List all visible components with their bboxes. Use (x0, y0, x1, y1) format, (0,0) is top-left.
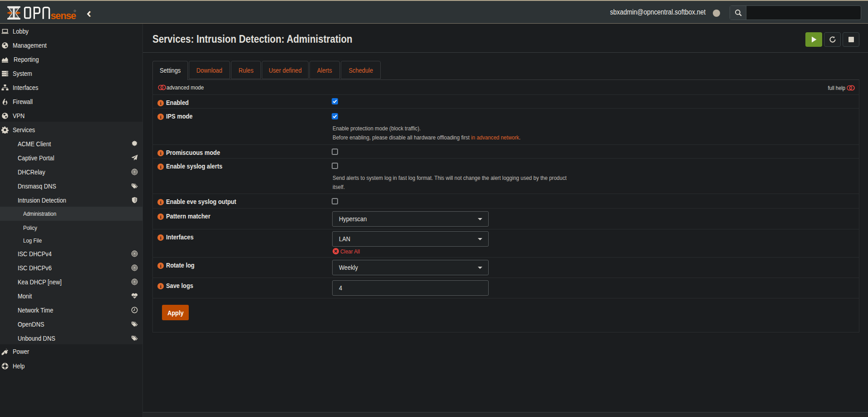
svg-text:sense: sense (51, 10, 77, 20)
